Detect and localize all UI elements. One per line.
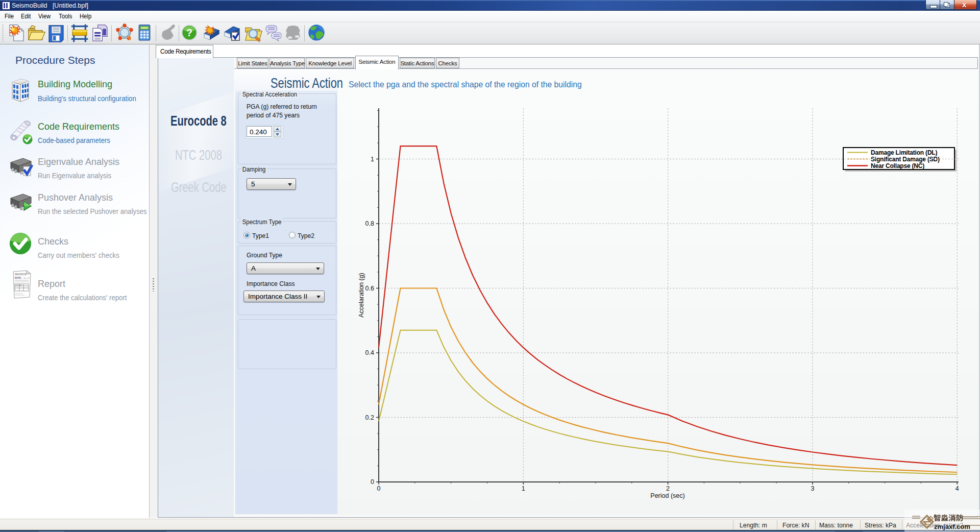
svg-text:0.6: 0.6 [365,285,374,292]
svg-text:INVOICE: INVOICE [15,273,27,276]
svg-text:0: 0 [371,478,374,486]
svg-text:0.8: 0.8 [365,220,374,227]
svg-text:No: 25: No: 25 [23,277,30,279]
svg-text:2: 2 [666,485,670,492]
svg-text:zmjaxf.com: zmjaxf.com [934,523,970,530]
svg-text:Accelaration (g): Accelaration (g) [358,273,365,318]
svg-text:DATE:: DATE: [15,277,22,279]
svg-text:4: 4 [955,485,959,492]
svg-text:0.4: 0.4 [365,349,374,356]
svg-text:0.2: 0.2 [365,414,374,421]
svg-text:Damage Limitation (DL): Damage Limitation (DL) [871,149,937,156]
svg-text:1: 1 [371,156,374,163]
svg-text:?: ? [186,27,192,38]
svg-text:Near Collapse (NC): Near Collapse (NC) [871,162,924,170]
svg-text:0: 0 [377,485,381,492]
svg-text:QUOTE: QUOTE [15,284,22,286]
svg-text:1: 1 [522,485,525,492]
svg-text:Period (sec): Period (sec) [650,492,684,499]
svg-text:3: 3 [811,485,814,492]
